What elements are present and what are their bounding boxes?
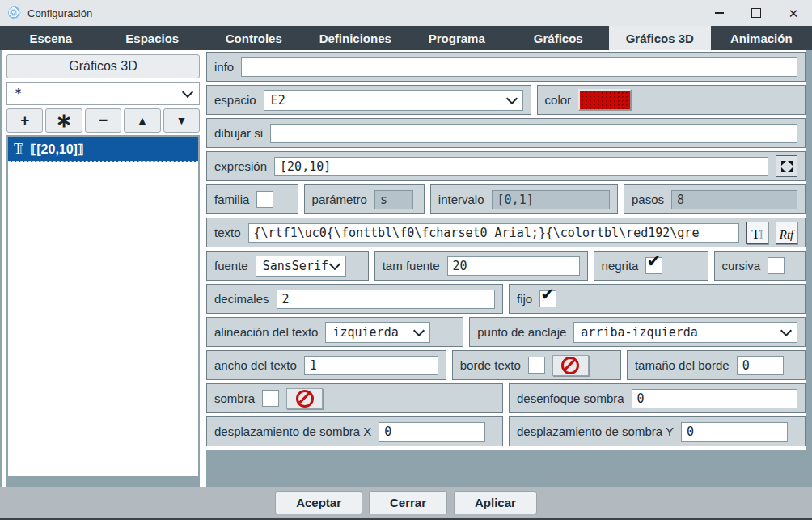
object-filter-select[interactable]: * [6,82,200,105]
window-title: Configuración [27,7,92,19]
desenfoque-input[interactable] [632,389,797,408]
list-item[interactable]: TI ⟦[20,10]⟧ [8,137,198,162]
chevron-down-icon [329,258,340,269]
borde-texto-group: borde texto [452,350,621,380]
espacio-select[interactable]: E2 [264,90,523,111]
move-up-button[interactable]: ▲ [124,108,160,133]
alineacion-label: alineación del texto [214,325,318,339]
texto-label: texto [214,226,241,239]
familia-label: familia [214,192,249,206]
pasos-input [671,190,797,209]
expresion-input[interactable] [274,157,768,176]
fuente-group: fuente SansSerif [206,251,369,281]
remove-object-button[interactable]: − [85,108,121,133]
borde-texto-color-button[interactable] [552,355,589,376]
color-swatch[interactable] [578,89,632,111]
chevron-down-icon [780,324,792,336]
tab-graficos-3d[interactable]: Gráficos 3D [609,26,711,50]
desp-x-input[interactable] [379,422,485,442]
anclaje-select[interactable]: arriba-izquierda [573,322,797,343]
expresion-label: expresión [214,159,267,173]
sombra-checkbox[interactable] [262,390,279,407]
intervalo-group: intervalo [430,184,618,214]
desp-y-input[interactable] [681,422,788,442]
dibujar-si-group: dibujar si [206,118,806,148]
fijo-checkbox[interactable]: ✔ [539,290,556,307]
panel-filler [206,450,806,487]
borde-texto-label: borde texto [460,358,521,372]
expand-editor-button[interactable] [776,155,797,177]
fuente-select[interactable]: SansSerif [256,256,346,277]
chevron-down-icon [413,324,425,336]
tam-fuente-group: tam fuente [374,251,588,281]
color-label: color [545,93,572,107]
apply-button[interactable]: Aplicar [454,491,537,514]
espacio-select-value: E2 [271,93,285,108]
texto-group: texto TI Rtf [206,218,806,247]
text-object-icon: TI [14,142,23,157]
footer-bar: Aceptar Cerrar Aplicar [0,487,812,518]
tam-fuente-input[interactable] [447,256,580,276]
duplicate-object-button[interactable]: ∗ [45,108,82,133]
accept-button[interactable]: Aceptar [275,491,362,514]
intervalo-label: intervalo [438,192,484,206]
row-familia: familia parámetro intervalo pasos [206,184,806,214]
row-sombra: sombra desenfoque sombra [206,383,806,413]
info-input[interactable] [241,57,797,77]
maximize-button[interactable] [738,0,775,26]
plain-text-editor-button[interactable]: TI [746,222,768,244]
tab-animacion[interactable]: Animación [711,26,812,50]
decimales-group: decimales [206,284,503,314]
negrita-checkbox[interactable]: ✔ [645,257,662,274]
tam-fuente-label: tam fuente [383,259,440,273]
app-icon [8,6,21,19]
sombra-color-button[interactable] [286,388,323,409]
tab-espacios[interactable]: Espacios [102,26,204,50]
negrita-label: negrita [602,259,639,273]
row-ancho-borde: ancho del texto borde texto tamaño del b… [206,350,806,380]
decimales-input[interactable] [277,290,495,309]
fijo-group: fijo ✔ [509,284,806,314]
borde-texto-checkbox[interactable] [528,357,545,374]
maximize-icon [751,8,761,18]
row-fuente: fuente SansSerif tam fuente negrita ✔ cu… [206,251,806,281]
dibujar-si-input[interactable] [270,124,797,143]
texto-input[interactable] [248,223,739,243]
tab-programa[interactable]: Programa [406,26,508,50]
chevron-down-icon [182,87,193,98]
anclaje-group: punto de anclaje arriba-izquierda [469,317,806,347]
rtf-editor-button[interactable]: Rtf [776,222,797,244]
anclaje-select-value: arriba-izquierda [581,325,698,340]
close-button[interactable]: ✕ [775,0,812,26]
alineacion-group: alineación del texto izquierda [206,317,463,347]
tab-controles[interactable]: Controles [203,26,305,50]
tamano-borde-input[interactable] [737,356,784,375]
parametro-input [374,190,413,209]
expresion-group: expresión [206,151,806,181]
minimize-button[interactable] [700,0,738,26]
tab-definiciones[interactable]: Definiciones [305,26,407,50]
familia-checkbox[interactable] [256,191,273,208]
row-dibujar-si: dibujar si [206,118,806,148]
add-object-button[interactable]: + [6,108,43,133]
row-decimales-fijo: decimales fijo ✔ [206,284,806,314]
desenfoque-group: desenfoque sombra [509,383,806,413]
alineacion-select-value: izquierda [332,325,398,340]
row-texto: texto TI Rtf [206,218,806,247]
familia-group: familia [206,184,298,214]
close-dialog-button[interactable]: Cerrar [369,491,447,514]
properties-panel: info espacio E2 color [203,50,806,487]
tab-escena[interactable]: Escena [0,26,102,50]
move-down-button[interactable]: ▼ [163,108,200,133]
sidebar-title[interactable]: Gráficos 3D [6,54,200,78]
negrita-group: negrita ✔ [594,251,708,281]
cursiva-checkbox[interactable] [768,257,785,274]
ancho-texto-input[interactable] [304,356,438,375]
parametro-label: parámetro [312,192,367,206]
tab-graficos[interactable]: Gráficos [508,26,610,50]
pasos-group: pasos [624,184,806,214]
espacio-group: espacio E2 [206,85,531,115]
alineacion-select[interactable]: izquierda [325,322,430,343]
object-list: TI ⟦[20,10]⟧ [6,135,200,487]
cursiva-group: cursiva [714,251,806,281]
